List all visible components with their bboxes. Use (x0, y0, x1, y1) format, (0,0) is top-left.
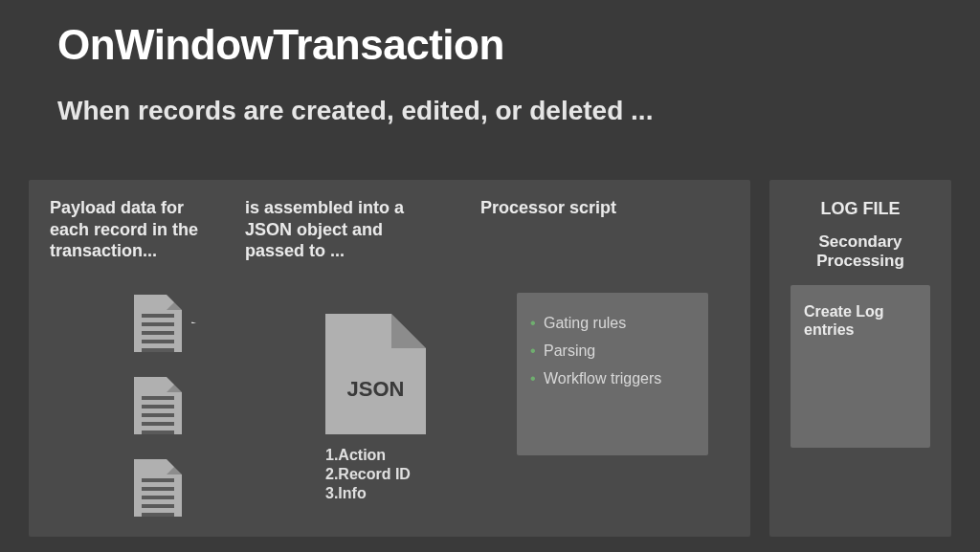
log-box-text: Create Log entries (804, 302, 917, 339)
processor-script-box: Gating rules Parsing Workflow triggers (517, 293, 708, 455)
json-field-info: 3.Info (325, 484, 411, 503)
processor-item: Parsing (530, 338, 695, 365)
panels-row: Payload data for each record in the tran… (29, 180, 951, 537)
document-icon (134, 295, 182, 352)
column-headings: Payload data for each record in the tran… (50, 197, 729, 262)
col3-heading: Processor script (454, 197, 635, 219)
slide-subtitle: When records are created, edited, or del… (0, 69, 980, 126)
json-field-action: 1.Action (325, 446, 411, 465)
processor-item: Workflow triggers (530, 365, 695, 393)
document-icon (134, 377, 182, 434)
document-icon (134, 459, 182, 517)
processor-item: Gating rules (530, 310, 695, 338)
col2-heading: is assembled into a JSON object and pass… (245, 197, 436, 262)
flow-panel: Payload data for each record in the tran… (29, 180, 750, 537)
json-field-recordid: 2.Record ID (325, 465, 411, 484)
col1-heading: Payload data for each record in the tran… (50, 197, 228, 262)
json-file-icon: JSON (325, 314, 426, 434)
log-panel-title: LOG FILE (791, 199, 930, 219)
log-file-panel: LOG FILE Secondary Processing Create Log… (769, 180, 951, 537)
json-fields-list: 1.Action 2.Record ID 3.Info (325, 446, 411, 503)
log-box: Create Log entries (791, 285, 930, 448)
json-label: JSON (325, 377, 426, 402)
record-documents (134, 295, 182, 517)
slide-title: OnWindowTransaction (0, 0, 980, 69)
log-panel-subtitle: Secondary Processing (791, 232, 930, 270)
